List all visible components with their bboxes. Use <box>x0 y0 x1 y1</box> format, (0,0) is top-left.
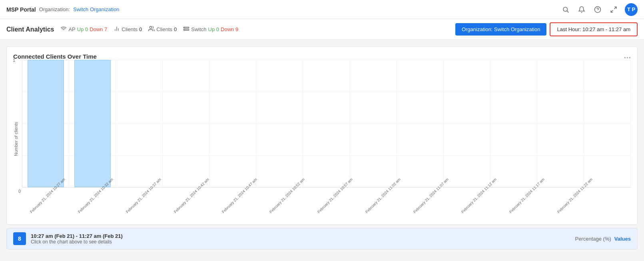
svg-point-13 <box>185 28 185 28</box>
y-max-label: 1 <box>13 58 15 63</box>
switch-down: Down 9 <box>221 26 238 32</box>
chart-bar <box>74 60 110 187</box>
clients-bar-label: Clients <box>122 26 138 32</box>
switch-stat: Switch Up 0 Down 9 <box>183 26 238 33</box>
sub-header: Client Analytics AP Up 0 Down 7 Clients … <box>0 19 644 40</box>
bar-column[interactable] <box>584 60 631 187</box>
bottom-bar-right: Percentage (%) Values <box>575 236 631 242</box>
y-axis-label: Number of clients <box>13 60 19 218</box>
bar-column[interactable] <box>209 60 256 187</box>
bar-column[interactable] <box>397 60 444 187</box>
chart-area: 1 0 February 21, 2024 10:27 amFebruary 2… <box>22 60 631 218</box>
clients-people-stat: Clients 0 <box>148 26 177 33</box>
svg-line-1 <box>567 11 568 12</box>
bars-wrapper <box>22 60 631 187</box>
switch-org-link[interactable]: Switch Organization <box>73 6 120 12</box>
main-content: Connected Clients Over Time ⋯ Number of … <box>0 40 644 256</box>
chart-plot[interactable]: 1 0 <box>22 60 631 188</box>
sub-header-left: Client Analytics AP Up 0 Down 7 Clients … <box>6 26 238 33</box>
svg-point-14 <box>185 30 185 30</box>
svg-line-5 <box>611 10 613 12</box>
y-min-label: 0 <box>18 189 21 194</box>
top-nav-left: MSP Portal Organization: Switch Organiza… <box>6 6 120 13</box>
bottom-bar: 8 10:27 am (Feb 21) - 11:27 am (Feb 21) … <box>6 228 638 249</box>
switch-icon <box>183 26 189 33</box>
bar-column[interactable] <box>490 60 537 187</box>
bar-column[interactable] <box>69 60 116 187</box>
bar-column[interactable] <box>256 60 303 187</box>
org-label: Organization: <box>39 6 70 12</box>
ap-down: Down 7 <box>90 26 107 32</box>
help-icon[interactable] <box>593 5 602 14</box>
bar-column[interactable] <box>116 60 163 187</box>
clients-people-value: 0 <box>174 26 177 32</box>
x-axis-spacer <box>602 182 643 223</box>
chart-title: Connected Clients Over Time <box>13 53 97 60</box>
bar-column[interactable] <box>303 60 350 187</box>
svg-point-0 <box>563 7 568 12</box>
chart-hint: Click on the chart above to see details <box>31 239 123 245</box>
wifi-icon <box>60 26 67 33</box>
bottom-bar-left: 8 10:27 am (Feb 21) - 11:27 am (Feb 21) … <box>13 232 123 245</box>
clients-people-label: Clients <box>156 26 172 32</box>
chart-container: Number of clients 1 0 February 21, 2024 … <box>13 60 631 218</box>
sub-header-right: Organization: Switch Organization Last H… <box>455 22 638 36</box>
svg-line-4 <box>614 7 616 9</box>
bar-column[interactable] <box>537 60 584 187</box>
chart-bar <box>28 60 64 187</box>
avatar[interactable]: T P <box>625 3 638 16</box>
time-button[interactable]: Last Hour: 10:27 am - 11:27 am <box>550 22 638 36</box>
percentage-tab[interactable]: Percentage (%) <box>575 236 611 242</box>
org-button[interactable]: Organization: Switch Organization <box>455 23 547 36</box>
bar-chart-icon <box>114 26 120 33</box>
bottom-bar-text: 10:27 am (Feb 21) - 11:27 am (Feb 21) Cl… <box>31 233 123 245</box>
bar-column[interactable] <box>444 60 490 187</box>
time-range: 10:27 am (Feb 21) - 11:27 am (Feb 21) <box>31 233 123 239</box>
expand-icon[interactable] <box>609 5 618 14</box>
clients-bar-stat: Clients 0 <box>114 26 142 33</box>
svg-point-10 <box>150 26 152 28</box>
bar-column[interactable] <box>163 60 209 187</box>
bar-column[interactable] <box>350 60 397 187</box>
bar-column[interactable] <box>22 60 69 187</box>
top-nav-right: T P <box>561 3 638 16</box>
page-title: Client Analytics <box>6 26 54 33</box>
x-axis: February 21, 2024 10:27 amFebruary 21, 2… <box>22 189 631 218</box>
date-badge: 8 <box>13 232 26 245</box>
ap-up: Up 0 <box>77 26 88 32</box>
chart-card: Connected Clients Over Time ⋯ Number of … <box>6 46 638 225</box>
brand-label: MSP Portal <box>6 6 36 13</box>
values-tab[interactable]: Values <box>614 236 631 242</box>
bell-icon[interactable] <box>577 5 586 14</box>
ap-label: AP <box>68 26 75 32</box>
people-icon <box>148 26 155 33</box>
top-nav: MSP Portal Organization: Switch Organiza… <box>0 0 644 19</box>
switch-up: Up 0 <box>208 26 219 32</box>
ap-stat: AP Up 0 Down 7 <box>60 26 107 33</box>
switch-label: Switch <box>191 26 206 32</box>
clients-bar-value: 0 <box>139 26 142 32</box>
search-icon[interactable] <box>561 5 570 14</box>
